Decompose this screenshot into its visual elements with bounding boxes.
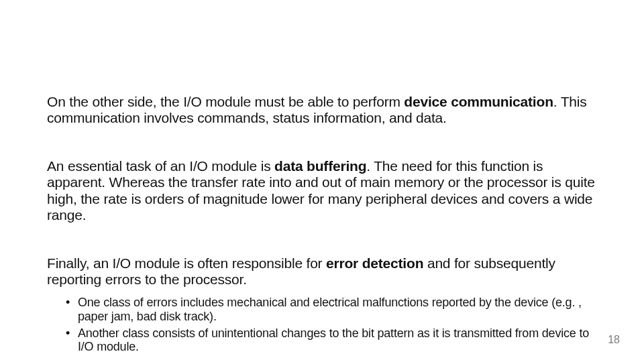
page-number: 18 [608,334,620,346]
paragraph-3: Finally, an I/O module is often responsi… [47,255,597,288]
p1-bold: device communication [404,94,553,109]
slide: On the other side, the I/O module must b… [0,0,644,362]
p2-pre: An essential task of an I/O module is [47,158,274,174]
p1-pre: On the other side, the I/O module must b… [47,94,404,109]
list-item: One class of errors includes mechanical … [66,296,597,323]
paragraph-2: An essential task of an I/O module is da… [47,158,597,223]
p2-bold: data buffering [274,158,366,174]
paragraph-1: On the other side, the I/O module must b… [47,94,597,126]
p3-bold: error detection [326,255,423,271]
list-item: Another class consists of unintentional … [66,326,597,354]
bullet-list: One class of errors includes mechanical … [66,296,597,354]
p3-pre: Finally, an I/O module is often responsi… [47,255,326,271]
